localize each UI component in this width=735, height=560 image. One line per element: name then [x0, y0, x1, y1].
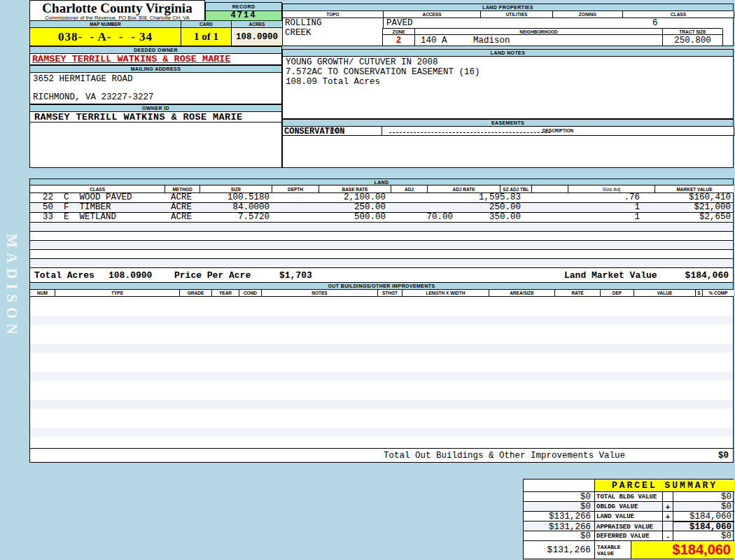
ps-prior: $0	[524, 501, 594, 512]
ob-col-year: YEAR	[212, 290, 239, 297]
ob-col-sthgt: STHGT	[378, 290, 402, 297]
land-col-size-adj: Size Adj	[568, 186, 655, 193]
county-header-box: Charlotte County Virginia Commissioner o…	[29, 0, 205, 21]
neighborhood-watermark: MADISON	[3, 234, 20, 332]
record-value: 4714	[205, 11, 282, 21]
price-per-acre-value: $1,703	[279, 270, 312, 281]
topo-value-1: ROLLING	[285, 18, 322, 28]
neighborhood-label: NEIGHBORHOOD	[415, 29, 663, 35]
mailing-address-box: 3652 HERMITAGE ROAD RICHMOND, VA 23227-3…	[29, 73, 282, 104]
out-buildings-total-value: $0	[718, 451, 729, 461]
ob-col-pct-comp: % COMP	[703, 290, 734, 297]
acres-label: ACRES	[232, 21, 283, 28]
land-totals-row: Total Acres 108.0900 Price Per Acre $1,7…	[30, 268, 733, 283]
easement-description-label: DESCRIPTION	[382, 128, 734, 133]
property-record-card: MADISON Charlotte County Virginia Commis…	[0, 0, 735, 560]
ob-col-rate: RATE	[555, 290, 601, 297]
land-properties-body: ROLLING CREEK PAVED 6 ZONE NEIGHBORHOOD …	[282, 18, 734, 46]
easements-header-row: TYPE CONSERVATION DESCRIPTION	[282, 127, 734, 136]
col-class: CLASS	[623, 11, 734, 18]
ps-taxable-value: $184,060	[631, 540, 734, 559]
out-buildings-total-label: Total Out Buildings & Other Improvements…	[384, 451, 625, 461]
land-properties-title: LAND PROPERTIES	[282, 4, 734, 11]
col-utilities: UTILITIES	[481, 11, 553, 18]
land-table-title: LAND	[30, 179, 733, 186]
ps-label: DEFERRED VALUE	[594, 531, 662, 541]
ps-row: $0 DEFERRED VALUE - $0	[524, 531, 733, 540]
class-value: 6	[652, 18, 658, 28]
land-table: LAND CLASS METHOD SIZE DEPTH BASE RATE A…	[29, 178, 734, 284]
out-buildings-total-row: Total Out Buildings & Other Improvements…	[30, 448, 733, 462]
topo-divider	[383, 18, 384, 28]
deeded-owner-label: DEEDED OWNER	[29, 46, 282, 54]
col-zoning: ZONING	[553, 11, 623, 18]
ob-col-type: TYPE	[55, 290, 180, 297]
land-properties-headers: TOPO ACCESS UTILITIES ZONING CLASS	[282, 11, 734, 18]
record-box: RECORD 4714	[205, 2, 282, 21]
ps-value: $0	[673, 501, 734, 512]
ps-header-spacer	[524, 479, 594, 491]
tract-size-label: TRACT SIZE	[663, 29, 723, 35]
county-title: Charlotte County Virginia	[30, 1, 204, 15]
ob-col-num: NUM	[30, 290, 55, 297]
ps-label: TOTAL BLDG VALUE	[594, 491, 662, 502]
ps-taxable-prior: $131,266	[524, 540, 594, 559]
ps-label: OBLDG VALUE	[594, 501, 662, 512]
easements-spare-box	[282, 136, 734, 168]
out-buildings-table: OUT BUILDINGS/OTHER IMPROVEMENTS NUM TYP…	[29, 282, 734, 463]
land-note-line2: 7.572AC TO CONSERVATION EASEMENT (16)	[286, 67, 730, 77]
card-label: CARD	[181, 21, 232, 28]
zone-value: 2	[383, 35, 415, 46]
land-empty-row	[30, 259, 733, 268]
map-card-acres-values: 038- - A- - - 34 1 of 1 108.0900	[29, 28, 282, 46]
zone-label: ZONE	[383, 29, 415, 35]
land-empty-row	[30, 223, 733, 232]
map-card-acres-labels: MAP NUMBER CARD ACRES	[29, 21, 282, 28]
out-buildings-title: OUT BUILDINGS/OTHER IMPROVEMENTS	[30, 283, 733, 290]
ps-prior: $0	[524, 491, 594, 502]
ps-row: $0 TOTAL BLDG VALUE $0	[524, 491, 733, 501]
ps-taxable-row: $131,266 TAXABLE VALUE $184,060	[524, 540, 733, 559]
ps-op: -	[662, 531, 673, 541]
land-col-blank	[532, 186, 568, 193]
out-buildings-empty-area	[30, 297, 733, 448]
ob-col-grade: GRADE	[180, 290, 212, 297]
ps-prior: $0	[524, 531, 594, 541]
ps-op: +	[662, 501, 673, 512]
ob-col-s: S	[696, 290, 703, 297]
land-row: 22 C WOOD PAVED ACRE 100.5180 2,100.00 1…	[30, 193, 733, 203]
land-empty-row	[30, 232, 733, 241]
land-col-adj: ADJ	[391, 186, 428, 193]
ps-op: +	[662, 511, 673, 522]
acres-value: 108.0900	[232, 28, 283, 46]
col-access: ACCESS	[384, 11, 481, 18]
easement-type-value: CONSERVATION	[284, 127, 344, 136]
land-empty-row	[30, 241, 733, 250]
total-acres-value: 108.0900	[108, 270, 152, 281]
deeded-owner-value: RAMSEY TERRILL WATKINS & ROSE MARIE	[29, 54, 282, 65]
ps-label: LAND VALUE	[594, 511, 662, 522]
ob-col-dep: DEP	[601, 290, 634, 297]
owner-spare-box	[29, 122, 282, 168]
map-number-value: 038- - A- - - 34	[30, 28, 181, 46]
ob-col-cond: COND	[239, 290, 262, 297]
land-row: 50 F TIMBER ACRE 84.0000 250.00 250.00 1…	[30, 203, 733, 213]
zone-table: ZONE NEIGHBORHOOD TRACT SIZE 2 140 A Mad…	[382, 28, 722, 46]
land-market-value-label: Land Market Value	[564, 270, 657, 281]
owner-id-value: RAMSEY TERRILL WATKINS & ROSE MARIE	[29, 112, 282, 122]
easements-title: EASEMENTS	[282, 119, 734, 127]
ob-col-length-width: LENGTH X WIDTH	[402, 290, 489, 297]
easement-type-cell: TYPE CONSERVATION	[283, 127, 382, 136]
total-acres-label: Total Acres	[34, 270, 94, 281]
ob-col-area-size: AREA/SIZE	[489, 290, 555, 297]
owner-id-label: OWNER ID	[29, 104, 282, 112]
mailing-address-label: MAILING ADDRESS	[29, 65, 282, 73]
address-line2: RICHMOND, VA 23227-3227	[33, 92, 154, 102]
commissioner-line: Commissioner of the Revenue, PO Box 308,…	[30, 15, 204, 21]
ps-row: $131,266 APPRAISED VALUE $184,060	[524, 521, 733, 531]
land-notes-title: LAND NOTES	[282, 49, 734, 57]
address-line1: 3652 HERMITAGE ROAD	[33, 74, 133, 84]
map-number-label: MAP NUMBER	[30, 21, 181, 28]
land-empty-row	[30, 250, 733, 259]
easement-description-cell: DESCRIPTION	[382, 127, 734, 136]
